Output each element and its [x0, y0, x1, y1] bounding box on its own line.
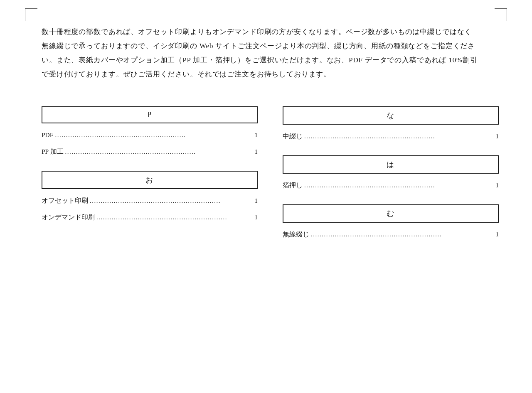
- page-container: 数十冊程度の部数であれば、オフセット印刷よりもオンデマンド印刷の方が安くなります…: [0, 0, 532, 278]
- index-entry-pp: PP 加工 ..................................…: [42, 146, 258, 158]
- index-left-column: P PDF ..................................…: [42, 106, 258, 253]
- entry-page-ondemand: 1: [255, 212, 258, 223]
- entry-dots-nakatoji: ........................................…: [304, 131, 494, 143]
- entry-page-hakuoshi: 1: [496, 180, 499, 191]
- index-group-o: お オフセット印刷 ..............................…: [42, 171, 258, 224]
- index-group-na: な 中綴じ ..................................…: [283, 106, 499, 143]
- index-entry-ondemand: オンデマンド印刷 ...............................…: [42, 211, 258, 224]
- entry-dots-ondemand: ........................................…: [96, 212, 253, 224]
- corner-mark-top-left: [25, 8, 37, 21]
- entry-term-musentoji: 無線綴じ: [283, 228, 309, 240]
- index-entry-musentoji: 無線綴じ ...................................…: [283, 228, 499, 241]
- entry-dots-pdf: ........................................…: [55, 130, 253, 142]
- entry-dots-pp: ........................................…: [65, 146, 253, 158]
- main-body-text: 数十冊程度の部数であれば、オフセット印刷よりもオンデマンド印刷の方が安くなります…: [42, 25, 478, 81]
- index-header-mu: む: [283, 204, 499, 223]
- index-group-p: P PDF ..................................…: [42, 106, 258, 158]
- index-entry-offset: オフセット印刷 ................................…: [42, 195, 258, 207]
- entry-term-ondemand: オンデマンド印刷: [42, 211, 95, 223]
- entry-page-nakatoji: 1: [496, 131, 499, 142]
- index-entry-hakuoshi: 箔押し ....................................…: [283, 179, 499, 192]
- entry-dots-hakuoshi: ........................................…: [304, 180, 494, 192]
- index-group-mu: む 無線綴じ .................................…: [283, 204, 499, 241]
- index-group-ha: は 箔押し ..................................…: [283, 155, 499, 192]
- entry-term-offset: オフセット印刷: [42, 195, 88, 206]
- corner-mark-top-right: [495, 8, 507, 21]
- entry-term-nakatoji: 中綴じ: [283, 130, 303, 142]
- index-entry-pdf: PDF ....................................…: [42, 129, 258, 142]
- entry-term-pdf: PDF: [42, 129, 53, 141]
- index-entry-nakatoji: 中綴じ ....................................…: [283, 130, 499, 143]
- entry-page-offset: 1: [255, 195, 258, 206]
- entry-page-pp: 1: [255, 146, 258, 157]
- index-header-p: P: [42, 106, 258, 123]
- entry-dots-offset: ........................................…: [90, 195, 253, 207]
- index-header-na: な: [283, 106, 499, 125]
- index-header-ha: は: [283, 155, 499, 174]
- entry-page-pdf: 1: [255, 130, 258, 141]
- entry-term-pp: PP 加工: [42, 146, 64, 157]
- entry-page-musentoji: 1: [496, 229, 499, 240]
- index-section: P PDF ..................................…: [42, 106, 499, 253]
- index-right-column: な 中綴じ ..................................…: [283, 106, 499, 253]
- index-header-o: お: [42, 171, 258, 189]
- entry-term-hakuoshi: 箔押し: [283, 179, 303, 191]
- entry-dots-musentoji: ........................................…: [311, 229, 494, 241]
